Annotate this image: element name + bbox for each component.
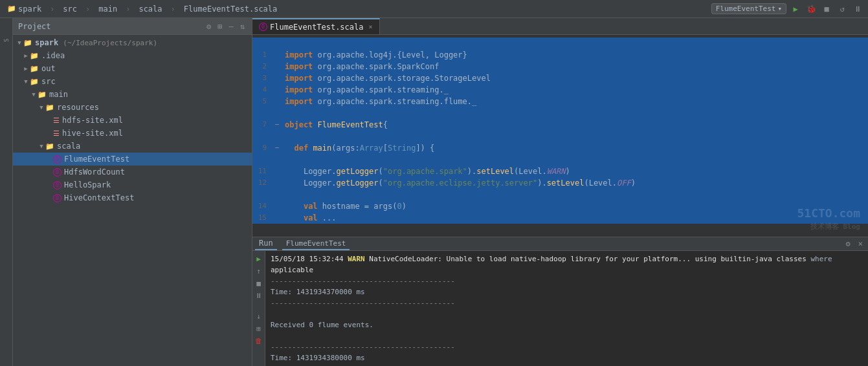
settings-button[interactable]: ⚙ — [843, 238, 853, 250]
close-panel-button[interactable]: × — [856, 238, 865, 250]
scala-obj-icon: O — [53, 167, 61, 177]
run-play-button[interactable]: ▶ — [254, 253, 264, 264]
folder-icon: 📁 — [45, 103, 54, 112]
tree-item-src[interactable]: ▼ 📁 src — [13, 75, 252, 88]
folder-icon: 📁 — [7, 5, 16, 13]
code-line — [252, 189, 868, 200]
tree-arrow: ▼ — [38, 104, 45, 111]
tree-item-idea[interactable]: ▶ 📁 .idea — [13, 49, 252, 62]
console-line: ----------------------------------------… — [271, 275, 863, 286]
run-controls: FlumeEventTest ▾ ▶ 🐞 ■ ↺ ⏸ — [711, 3, 864, 16]
code-line: 7 − object FlumeEventTest{ — [252, 119, 868, 131]
breadcrumb-file[interactable]: FlumeEventTest.scala — [181, 3, 281, 15]
console-line: ----------------------------------------… — [271, 297, 863, 308]
tree-arrow — [45, 169, 53, 175]
code-line: 1 import org.apache.log4j.{Level, Logger… — [252, 49, 868, 61]
tree-arrow — [45, 130, 53, 136]
tab-close-button[interactable]: × — [369, 23, 373, 30]
folder-icon: 📁 — [30, 78, 39, 86]
xml-icon: ☰ — [53, 116, 60, 125]
breadcrumb-spark[interactable]: 📁 spark — [4, 3, 45, 15]
run-rerun-button[interactable]: ↑ — [254, 266, 264, 276]
tree-item-hdfs-xml[interactable]: ☰ hdfs-site.xml — [13, 114, 252, 127]
breadcrumb-main[interactable]: main — [95, 3, 120, 15]
project-panel: Project ⚙ ⊞ — ⇅ ▼ 📁 spark (~/IdeaProject… — [13, 18, 252, 366]
console-line: ----------------------------------------… — [271, 341, 863, 352]
tree-item-resources[interactable]: ▼ 📁 resources — [13, 101, 252, 114]
console-line: ----------------------------------------… — [271, 363, 863, 366]
panel-title: Project — [18, 22, 202, 31]
tree-item-hellospark[interactable]: O HelloSpark — [13, 178, 252, 191]
code-line — [252, 131, 868, 142]
tree-arrow: ▼ — [38, 143, 45, 149]
console-output: 15/05/18 15:32:44 WARN NativeCodeLoader:… — [265, 251, 868, 366]
tree-item-hdfswordcount[interactable]: O HdfsWordCount — [13, 166, 252, 178]
tree-item-hivecontext[interactable]: O HiveContextTest — [13, 191, 252, 204]
main-layout: S Project ⚙ ⊞ — ⇅ ▼ 📁 spark (~/IdeaProje… — [0, 18, 868, 366]
run-pause-button[interactable]: ⏸ — [254, 290, 264, 301]
tree-arrow: ▶ — [22, 52, 30, 59]
tab-icon: O — [259, 23, 267, 31]
tree-arrow — [45, 195, 53, 201]
code-line: 3 import org.apache.spark.storage.Storag… — [252, 72, 868, 84]
right-area: O FlumeEventTest.scala × 1 import org.ap… — [252, 18, 868, 366]
breadcrumb-src[interactable]: src — [60, 3, 80, 15]
tree-item-scala[interactable]: ▼ 📁 scala — [13, 140, 252, 153]
console-line: Received 0 flume events. — [271, 319, 863, 330]
run-expand-button[interactable]: ⊞ — [254, 323, 264, 334]
left-sidebar: S — [0, 18, 13, 366]
sort-icon[interactable]: ⇅ — [238, 21, 247, 32]
bottom-controls: ⚙ × — [843, 238, 865, 250]
code-line — [252, 107, 868, 119]
bottom-tab-bar: Run FlumeEventTest ⚙ × — [252, 237, 868, 251]
tree-item-flume[interactable]: O FlumeEventTest — [13, 153, 252, 166]
tree-item-out[interactable]: ▶ 📁 out — [13, 62, 252, 75]
run-clear-button[interactable]: 🗑 — [254, 336, 264, 346]
tab-run[interactable]: Run — [255, 237, 277, 250]
stop-button[interactable]: ■ — [820, 3, 833, 16]
code-line: 15 val ... — [252, 212, 868, 224]
pause-button[interactable]: ⏸ — [851, 3, 864, 16]
tree-item-main[interactable]: ▼ 📁 main — [13, 88, 252, 101]
tab-bar: O FlumeEventTest.scala × — [252, 18, 868, 35]
debug-button[interactable]: 🐞 — [805, 3, 818, 16]
tree-arrow: ▼ — [30, 91, 38, 98]
run-output-area: ▶ ↑ ■ ⏸ ↓ ⊞ 🗑 15/05/18 15:32:44 WARN Nat… — [252, 251, 868, 366]
code-line: 9 − def main(args:Array[String]) { — [252, 142, 868, 154]
xml-icon: ☰ — [53, 129, 60, 138]
tree-arrow: ▼ — [22, 78, 30, 85]
code-line: 2 import org.apache.spark.SparkConf — [252, 61, 868, 72]
tree-arrow — [45, 156, 53, 162]
code-line: 12 Logger.getLogger("org.apache.eclipse.… — [252, 177, 868, 189]
collapse-icon[interactable]: — — [227, 21, 236, 32]
panel-header: Project ⚙ ⊞ — ⇅ — [13, 18, 252, 35]
tab-flume-run[interactable]: FlumeEventTest — [282, 238, 350, 250]
code-line: 5 import org.apache.spark.streaming.flum… — [252, 96, 868, 107]
run-scroll-button[interactable]: ↓ — [254, 311, 264, 321]
scala-obj-icon: O — [53, 155, 61, 164]
run-stop-button[interactable]: ■ — [254, 278, 264, 288]
run-button[interactable]: ▶ — [789, 3, 802, 16]
console-line — [271, 330, 863, 341]
scala-obj-icon: O — [53, 180, 61, 189]
run-config-label[interactable]: FlumeEventTest ▾ — [711, 3, 786, 14]
tree-item-spark[interactable]: ▼ 📁 spark (~/IdeaProjects/spark) — [13, 36, 252, 49]
rerun-button[interactable]: ↺ — [836, 3, 849, 16]
code-line: 4 import org.apache.spark.streaming._ — [252, 84, 868, 96]
gear-icon[interactable]: ⚙ — [205, 21, 213, 32]
folder-icon: 📁 — [23, 39, 32, 47]
code-editor[interactable]: 1 import org.apache.log4j.{Level, Logger… — [252, 35, 868, 237]
structure-icon[interactable]: S — [1, 21, 12, 59]
settings-icon[interactable]: ⊞ — [216, 21, 224, 32]
folder-icon: 📁 — [45, 142, 54, 151]
scala-obj-icon: O — [53, 193, 61, 202]
folder-icon: 📁 — [38, 91, 47, 99]
tree-item-hive-xml[interactable]: ☰ hive-site.xml — [13, 127, 252, 140]
console-line: Time: 1431934370000 ms — [271, 286, 863, 297]
code-line: 14 val hostname = args(0) — [252, 200, 868, 212]
tab-flume[interactable]: O FlumeEventTest.scala × — [252, 18, 380, 34]
folder-icon: 📁 — [30, 65, 39, 73]
folder-icon: 📁 — [30, 52, 39, 60]
code-line — [252, 38, 868, 49]
breadcrumb-scala[interactable]: scala — [135, 3, 165, 15]
